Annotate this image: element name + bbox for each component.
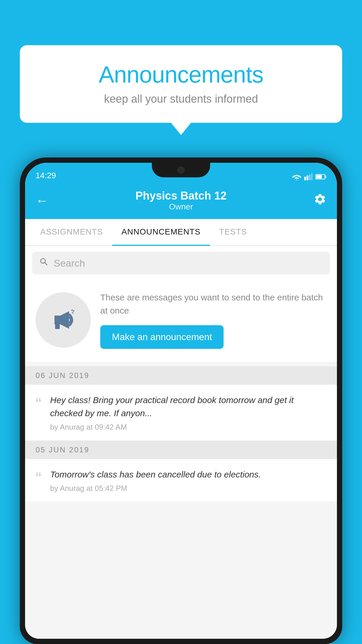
search-icon [39,257,49,269]
date-divider-1: 06 JUN 2019 [25,366,337,385]
announcement-text-2: Tomorrow's class has been cancelled due … [50,468,326,481]
date-divider-2: 05 JUN 2019 [25,441,337,459]
speech-bubble-subtitle: keep all your students informed [37,93,325,105]
svg-rect-2 [309,174,311,180]
tab-announcements[interactable]: ANNOUNCEMENTS [112,219,210,246]
announcement-content-2: Tomorrow's class has been cancelled due … [50,468,326,493]
svg-line-10 [72,312,73,313]
phone-inner: 14:29 [25,163,337,639]
svg-line-9 [73,311,74,311]
quote-icon-2: “ [36,470,41,487]
promo-card: These are messages you want to send to t… [25,280,337,362]
search-placeholder: Search [54,258,85,269]
svg-rect-3 [311,173,312,180]
svg-rect-7 [55,324,60,329]
header-title: Physics Batch 12 [136,190,227,202]
status-icons [292,173,326,180]
gear-icon[interactable] [314,193,326,209]
content-area: Search [25,246,337,639]
make-announcement-button[interactable]: Make an announcement [100,325,224,349]
speech-bubble-title: Announcements [37,61,325,88]
megaphone-icon [49,305,78,335]
quote-icon-1: “ [36,395,41,413]
tabs-bar: ASSIGNMENTS ANNOUNCEMENTS TESTS [25,219,337,246]
signal-icon [304,173,312,180]
announcement-text-1: Hey class! Bring your practical record b… [50,393,326,420]
announcement-content-1: Hey class! Bring your practical record b… [50,393,326,432]
app-header: ← Physics Batch 12 Owner [25,183,337,219]
phone-notch [152,163,210,177]
promo-icon-circle [36,292,91,348]
promo-description: These are messages you want to send to t… [100,291,326,317]
back-button[interactable]: ← [36,193,48,208]
speech-bubble: Announcements keep all your students inf… [20,45,342,123]
battery-icon [315,174,326,180]
wifi-icon [292,173,301,180]
tab-assignments[interactable]: ASSIGNMENTS [31,219,112,246]
announcement-meta-1: by Anurag at 09:42 AM [50,423,326,432]
svg-rect-6 [316,175,322,178]
announcement-meta-2: by Anurag at 05:42 PM [50,484,326,493]
svg-line-8 [71,309,73,311]
search-bar[interactable]: Search [32,252,330,274]
svg-rect-5 [325,176,326,178]
tab-tests[interactable]: TESTS [210,219,256,246]
announcement-item-2[interactable]: “ Tomorrow's class has been cancelled du… [25,459,337,502]
phone-content: 14:29 [25,163,337,639]
svg-rect-0 [304,177,306,180]
speech-bubble-container: Announcements keep all your students inf… [20,45,342,123]
phone-frame: 14:29 [20,158,342,644]
phone-camera [178,167,184,174]
status-time: 14:29 [36,171,56,180]
header-center: Physics Batch 12 Owner [136,190,227,211]
header-subtitle: Owner [136,202,227,211]
promo-right: These are messages you want to send to t… [100,291,326,349]
search-bar-container: Search [25,246,337,280]
announcement-item-1[interactable]: “ Hey class! Bring your practical record… [25,385,337,441]
svg-rect-1 [307,176,308,180]
